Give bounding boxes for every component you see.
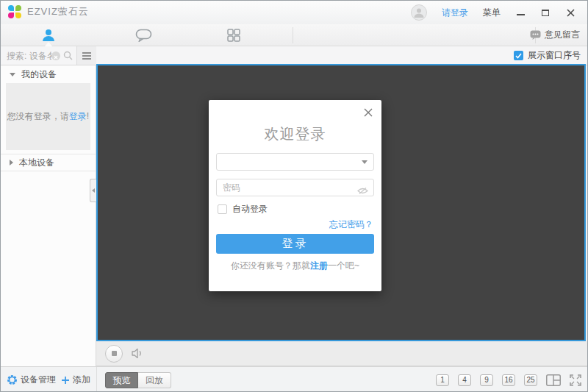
- dialog-close-button[interactable]: [362, 107, 374, 118]
- ezviz-logo-icon: [8, 5, 21, 18]
- feedback-bubble-icon: [530, 30, 541, 40]
- titlebar: EZVIZ萤石云 请登录 菜单: [1, 1, 587, 24]
- header-divider: [293, 27, 293, 43]
- tab-messages[interactable]: [129, 24, 159, 46]
- feedback-label: 意见留言: [545, 29, 580, 41]
- split-layout-icon: [546, 374, 561, 386]
- search-zone: [1, 46, 76, 65]
- eye-slash-icon[interactable]: [357, 185, 368, 198]
- titlebar-right: 请登录 菜单: [411, 1, 587, 24]
- local-devices-label: 本地设备: [19, 157, 54, 169]
- sidebar: 我的设备 您没有登录，请登录! 本地设备: [1, 65, 96, 366]
- combo-chevron-down-icon[interactable]: [362, 160, 368, 164]
- caret-right-icon: [10, 160, 13, 165]
- login-dialog: 欢迎登录 自动登录 忘记密码？ 登录 你还没有账号？那就注册一个吧~: [209, 100, 381, 291]
- titlebar-login-link[interactable]: 请登录: [442, 7, 468, 19]
- avatar[interactable]: [411, 4, 427, 21]
- feedback-button[interactable]: 意见留言: [530, 24, 580, 46]
- user-icon: [41, 28, 56, 43]
- sidebar-section-my-devices[interactable]: 我的设备: [1, 65, 96, 83]
- layout-4-button[interactable]: 4: [458, 374, 471, 386]
- layout-16-button[interactable]: 16: [502, 374, 515, 386]
- fullscreen-icon: [570, 374, 581, 386]
- app-title: EZVIZ萤石云: [27, 5, 89, 18]
- caret-down-icon: [10, 73, 15, 76]
- user-silhouette-icon: [413, 7, 425, 18]
- tab-gallery[interactable]: [219, 24, 248, 46]
- layout-25-button[interactable]: 25: [524, 374, 537, 386]
- layout-9-button[interactable]: 9: [480, 374, 493, 386]
- brand: EZVIZ萤石云: [8, 5, 89, 18]
- tab-playback[interactable]: 回放: [138, 372, 171, 388]
- sidebar-section-local-devices[interactable]: 本地设备: [1, 154, 96, 171]
- username-combo[interactable]: [216, 153, 374, 171]
- sidebar-collapse-handle[interactable]: [90, 179, 96, 202]
- bottom-bar: 设备管理 添加 预览 回放 1 4 9 16 25: [1, 366, 587, 392]
- add-label: 添加: [73, 374, 90, 386]
- login-notice-suffix: !: [87, 111, 89, 121]
- register-prefix: 你还没有账号？那就: [231, 260, 310, 271]
- dialog-close-icon: [364, 108, 373, 117]
- tab-preview[interactable]: 预览: [105, 372, 138, 388]
- stop-button[interactable]: [105, 345, 123, 363]
- close-icon: [567, 9, 575, 17]
- checkbox-unchecked-icon: [218, 204, 227, 214]
- dialog-title: 欢迎登录: [209, 124, 381, 144]
- split-layout-button[interactable]: [546, 374, 561, 386]
- close-button[interactable]: [565, 7, 576, 18]
- volume-button[interactable]: [132, 348, 145, 359]
- minimize-icon: [517, 14, 525, 15]
- minimize-button[interactable]: [515, 7, 526, 18]
- view-mode-tabs: 预览 回放: [105, 372, 171, 388]
- forgot-password-link[interactable]: 忘记密码？: [329, 218, 373, 231]
- titlebar-menu[interactable]: 菜单: [483, 7, 501, 19]
- show-window-number-label: 展示窗口序号: [528, 49, 581, 62]
- register-suffix: 一个吧~: [328, 260, 359, 271]
- register-line: 你还没有账号？那就注册一个吧~: [209, 260, 381, 272]
- login-notice-link[interactable]: 登录: [69, 111, 87, 121]
- login-notice-text: 您没有登录，请: [7, 111, 69, 121]
- app-window: EZVIZ萤石云 请登录 菜单: [0, 0, 588, 392]
- add-device-button[interactable]: 添加: [61, 374, 90, 386]
- list-menu-button[interactable]: [76, 46, 96, 65]
- search-input[interactable]: [1, 51, 51, 61]
- device-management-label: 设备管理: [21, 374, 56, 386]
- register-link[interactable]: 注册: [310, 260, 328, 271]
- grid-icon: [227, 29, 240, 42]
- device-management-button[interactable]: 设备管理: [7, 374, 56, 386]
- maximize-button[interactable]: [540, 7, 551, 18]
- auto-login-label: 自动登录: [232, 203, 268, 215]
- maximize-icon: [542, 10, 549, 16]
- plus-icon: [61, 376, 70, 385]
- message-icon: [135, 29, 153, 42]
- stop-icon: [112, 351, 117, 356]
- bottom-left: 设备管理 添加: [1, 367, 97, 392]
- speaker-icon: [132, 348, 145, 359]
- auto-login-toggle[interactable]: 自动登录: [218, 203, 268, 215]
- checkbox-checked-icon: [514, 51, 523, 60]
- login-button[interactable]: 登录: [216, 234, 374, 254]
- show-window-number-toggle[interactable]: 展示窗口序号: [514, 46, 581, 65]
- playback-controls: [96, 341, 587, 366]
- tab-header: 意见留言: [1, 24, 587, 46]
- gear-icon: [7, 374, 18, 385]
- fullscreen-button[interactable]: [570, 374, 581, 386]
- password-input[interactable]: [217, 179, 342, 196]
- layout-controls: 1 4 9 16 25: [436, 367, 581, 392]
- sub-header: 展示窗口序号: [1, 46, 587, 65]
- search-icon[interactable]: [63, 51, 73, 60]
- clear-search-icon[interactable]: [51, 51, 60, 60]
- login-notice-panel: 您没有登录，请登录!: [6, 83, 90, 150]
- layout-1-button[interactable]: 1: [436, 374, 449, 386]
- my-devices-label: 我的设备: [21, 68, 57, 81]
- collapse-arrow-icon: [92, 188, 95, 193]
- password-field: [216, 179, 374, 196]
